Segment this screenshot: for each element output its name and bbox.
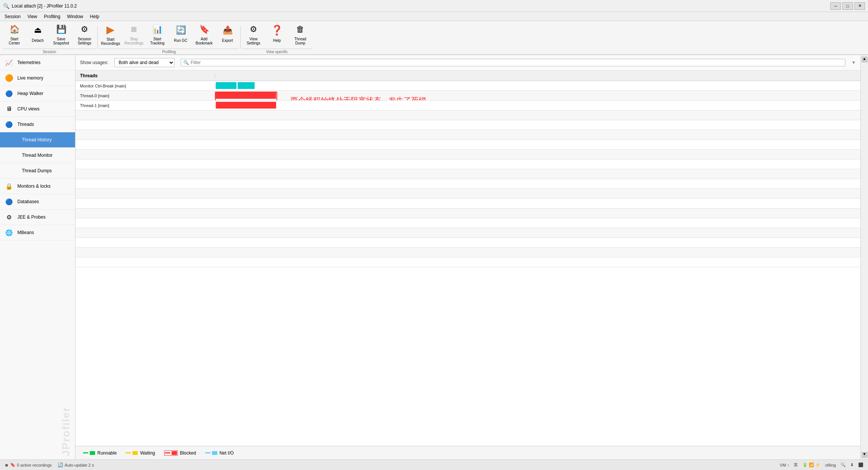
sidebar-item-thread-monitor[interactable]: Thread Monitor — [0, 148, 75, 163]
stop-recordings-button[interactable]: ⏹ StopRecordings — [123, 21, 145, 47]
table-row[interactable]: Thread-0 [main] 两个线程始终处于阻塞状态，发生了死锁 — [75, 91, 860, 101]
sidebar-item-telemetries[interactable]: 📈 Telemetries — [0, 55, 75, 70]
vm-text: VM ↑ — [780, 463, 789, 467]
menu-window[interactable]: Window — [64, 13, 86, 20]
save-snapshot-button[interactable]: 💾 SaveSnapshot — [50, 21, 72, 47]
sidebar-item-thread-history[interactable]: Thread History — [0, 132, 75, 148]
sidebar-item-threads[interactable]: 🔵 Threads — [0, 117, 75, 132]
save-snapshot-icon: 💾 — [54, 23, 68, 35]
sidebar: 📈 Telemetries 🟠 Live memory 🔵 Heap Walke… — [0, 55, 75, 459]
window-controls[interactable]: ─ □ ✕ — [830, 2, 865, 10]
table-row[interactable] — [75, 130, 860, 140]
sidebar-label-live-memory: Live memory — [17, 75, 43, 81]
legend-waiting-box — [132, 451, 138, 455]
detach-button[interactable]: ⏏ Detach — [26, 21, 49, 47]
legend-netio: Net I/O — [205, 450, 234, 456]
view-settings-label: ViewSettings — [247, 37, 260, 45]
sidebar-item-databases[interactable]: 🔵 Databases — [0, 194, 75, 210]
sidebar-label-mbeans: MBeans — [17, 230, 34, 235]
toolbar-sep-1 — [97, 26, 98, 49]
telemetries-icon: 📈 — [5, 58, 14, 67]
filter-bar: Show usages: Both alive and dead Only al… — [75, 55, 860, 70]
legend-netio-box — [212, 451, 217, 455]
title-bar-title: Local attach [2] - JProfiler 11.0.2 — [12, 3, 77, 9]
sidebar-logo: JProfiler — [0, 404, 75, 459]
table-row[interactable] — [75, 218, 860, 228]
session-settings-button[interactable]: ⚙ SessionSettings — [73, 21, 96, 47]
menu-help[interactable]: Help — [87, 13, 103, 20]
table-row[interactable]: Thread-1 [main] — [75, 101, 860, 110]
table-row[interactable] — [75, 140, 860, 150]
row-chart-empty-1 — [215, 110, 860, 120]
maximize-button[interactable]: □ — [842, 2, 853, 10]
table-row[interactable] — [75, 228, 860, 238]
search-next-icon[interactable]: ⬇ — [850, 462, 854, 467]
sidebar-item-monitors-locks[interactable]: 🔒 Monitors & locks — [0, 179, 75, 194]
menu-profiling[interactable]: Profiling — [41, 13, 63, 20]
filter-input[interactable] — [190, 60, 843, 65]
sidebar-item-mbeans[interactable]: 🌐 MBeans — [0, 225, 75, 240]
view-settings-icon: ⚙ — [247, 23, 260, 35]
scroll-down-button[interactable]: ▼ — [862, 452, 868, 458]
table-row[interactable]: Monitor Ctrl-Break [main] — [75, 81, 860, 91]
timeline-body: Monitor Ctrl-Break [main] Thread-0 [main… — [75, 81, 860, 446]
sidebar-item-thread-dumps[interactable]: Thread Dumps — [0, 163, 75, 179]
bar-runnable-1 — [216, 82, 237, 89]
table-row[interactable] — [75, 110, 860, 120]
row-chart-empty-4 — [215, 140, 860, 149]
active-recordings-text: 0 active recordings — [17, 463, 52, 467]
run-gc-button[interactable]: 🔄 Run GC — [169, 21, 192, 47]
table-row[interactable] — [75, 248, 860, 257]
scroll-up-button[interactable]: ▲ — [862, 57, 868, 63]
sidebar-item-live-memory[interactable]: 🟠 Live memory — [0, 70, 75, 86]
databases-icon: 🔵 — [5, 197, 14, 206]
menu-session[interactable]: Session — [2, 13, 24, 20]
run-gc-label: Run GC — [174, 38, 187, 43]
expand-icon[interactable]: ⬛ — [858, 462, 863, 467]
sidebar-label-heap-walker: Heap Walker — [17, 91, 43, 96]
thread-dump-button[interactable]: 🗑 ThreadDump — [289, 21, 312, 47]
right-scrollbar[interactable]: ▲ ▼ — [860, 55, 868, 459]
add-bookmark-button[interactable]: 🔖 AddBookmark — [193, 21, 215, 47]
thread-monitor-icon — [9, 151, 18, 160]
table-row[interactable] — [75, 238, 860, 248]
search-icon[interactable]: 🔍 — [840, 462, 846, 467]
menu-view[interactable]: View — [25, 13, 40, 20]
filter-dropdown-icon[interactable]: ▼ — [851, 60, 856, 65]
table-row[interactable] — [75, 150, 860, 159]
help-button[interactable]: ❓ Help — [266, 21, 288, 47]
table-row[interactable] — [75, 120, 860, 130]
row-chart-empty-16 — [215, 257, 860, 267]
table-row[interactable] — [75, 208, 860, 218]
sidebar-item-heap-walker[interactable]: 🔵 Heap Walker — [0, 86, 75, 101]
table-row[interactable] — [75, 189, 860, 199]
table-row[interactable] — [75, 159, 860, 169]
sidebar-item-cpu-views[interactable]: 🖥 CPU views — [0, 101, 75, 117]
table-row[interactable] — [75, 179, 860, 189]
row-chart-empty-5 — [215, 150, 860, 159]
table-row[interactable] — [75, 257, 860, 267]
start-tracking-button[interactable]: 📊 StartTracking — [146, 21, 169, 47]
sidebar-item-jee-probes[interactable]: ⚙ JEE & Probes — [0, 210, 75, 225]
table-row[interactable] — [75, 199, 860, 208]
table-row[interactable] — [75, 169, 860, 179]
legend-blocked-label: Blocked — [180, 450, 196, 456]
export-button[interactable]: 📤 Export — [216, 21, 239, 47]
blocked-border-box — [215, 92, 277, 100]
legend-bar: Runnable Waiting Blocked — [75, 446, 860, 459]
close-button[interactable]: ✕ — [854, 2, 865, 10]
view-settings-button[interactable]: ⚙ ViewSettings — [242, 21, 265, 47]
minimize-button[interactable]: ─ — [830, 2, 841, 10]
cpu-views-icon: 🖥 — [5, 104, 14, 113]
start-center-icon: 🏠 — [8, 23, 21, 35]
show-usages-select[interactable]: Both alive and dead Only alive Only dead — [114, 58, 175, 67]
run-gc-icon: 🔄 — [174, 23, 187, 37]
status-right: VM ↑ 英 🔋 📶 ⚡ ofiling 🔍 ⬇ ⬛ — [780, 462, 863, 468]
profiling-text: ofiling — [825, 463, 836, 467]
session-settings-icon: ⚙ — [78, 23, 91, 35]
start-center-button[interactable]: 🏠 StartCenter — [3, 21, 26, 47]
sidebar-label-thread-monitor: Thread Monitor — [22, 153, 52, 158]
row-label-thread-1: Thread-1 [main] — [75, 103, 215, 108]
show-usages-label: Show usages: — [80, 60, 108, 65]
start-recordings-button[interactable]: ▶ StartRecordings — [99, 21, 122, 47]
